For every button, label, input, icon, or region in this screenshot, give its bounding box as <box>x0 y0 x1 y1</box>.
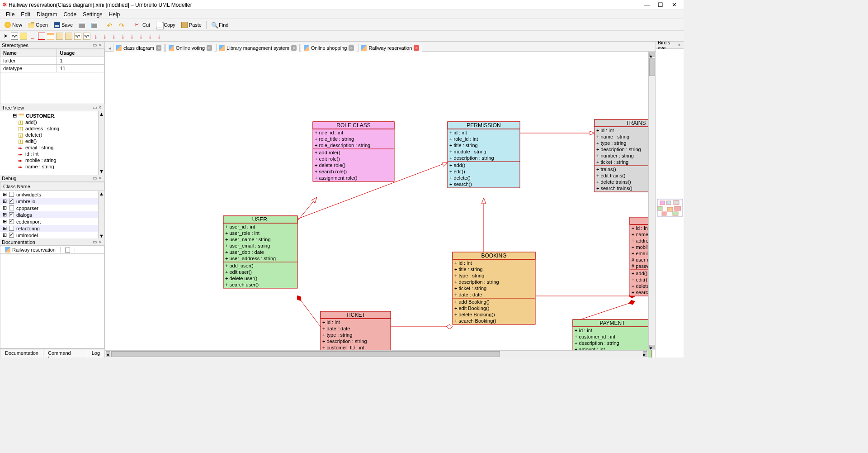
debug-row[interactable]: ⊞refactoring <box>0 225 104 232</box>
debug-checkbox[interactable] <box>9 192 14 197</box>
containment-tool-icon[interactable]: ↓ <box>146 33 154 40</box>
menu-file[interactable]: File <box>3 11 18 18</box>
uml-class-permission[interactable]: PERMISSION+ id : int+ role_id : int+ tit… <box>448 122 520 188</box>
debug-checkbox[interactable] <box>9 199 14 204</box>
datatype-tool-icon[interactable] <box>65 33 72 40</box>
debug-row[interactable]: ⊞cppparser <box>0 205 104 211</box>
stereotypes-col-usage[interactable]: Usage <box>57 49 104 57</box>
text-tool-icon[interactable] <box>20 33 27 40</box>
tree-item[interactable]: ⚿edit() <box>1 138 104 144</box>
tree-scrollbar[interactable]: ▲▼ <box>98 111 104 175</box>
uml-class-trains[interactable]: TRAINS+ id : int+ name : string+ type : … <box>594 119 656 192</box>
tab-log[interactable]: Log <box>87 349 105 358</box>
undo-button[interactable]: ↶ <box>104 20 116 29</box>
print-button[interactable] <box>76 20 88 29</box>
tab-command-history[interactable]: Command history <box>43 349 87 358</box>
doc-checkbox[interactable] <box>65 248 70 253</box>
documentation-panel-header[interactable]: Documentation▭× <box>0 238 104 246</box>
table-row[interactable]: folder1 <box>0 57 104 65</box>
pointer-tool-icon[interactable]: ➤ <box>2 33 9 40</box>
cut-button[interactable]: ✂Cut <box>132 20 153 29</box>
debug-row[interactable]: ⊞umlmodel <box>0 232 104 238</box>
menu-help[interactable]: Help <box>106 11 123 18</box>
tree-root[interactable]: ⊟ CUSTOMER. <box>1 112 104 119</box>
debug-scrollbar[interactable]: ▲▼ <box>98 191 104 238</box>
canvas-hscroll[interactable]: ◂▸ <box>105 350 648 358</box>
composition-tool-icon[interactable]: ↓ <box>137 33 145 40</box>
tab-scroll-left-icon[interactable]: ◂ <box>107 45 113 51</box>
note-tool-icon[interactable]: xyz <box>11 33 18 40</box>
uml-class-role-class[interactable]: ROLE CLASS+ role_id : int+ role_title : … <box>313 122 394 181</box>
close-panel-icon[interactable]: × <box>97 43 103 48</box>
canvas-vscroll[interactable]: ▴▾ <box>648 52 656 350</box>
tree-item[interactable]: ⚿delete() <box>1 132 104 138</box>
debug-row[interactable]: ⊞umlwidgets <box>0 191 104 198</box>
enum-tool-icon[interactable]: xyz <box>74 33 81 40</box>
close-tab-icon[interactable]: × <box>349 45 354 51</box>
uml-class-booking[interactable]: BOOKING+ id : int+ title : string+ type … <box>453 252 535 324</box>
minimize-button[interactable]: — <box>640 1 654 8</box>
uml-class-user-[interactable]: USER.+ user_id : int+ user_role : int+ u… <box>223 216 297 288</box>
find-button[interactable]: 🔍Find <box>208 20 231 29</box>
dependency-tool-icon[interactable]: ↓ <box>119 33 127 40</box>
new-button[interactable]: New <box>2 20 25 29</box>
debug-panel-header[interactable]: Debug▭× <box>0 175 104 182</box>
birds-eye-view[interactable] <box>656 49 684 358</box>
close-tab-icon[interactable]: × <box>291 45 297 51</box>
debug-row[interactable]: ⊞codeimport <box>0 218 104 225</box>
tree-item[interactable]: ➠mobile : string <box>1 157 104 163</box>
debug-row[interactable]: ⊞dialogs <box>0 211 104 218</box>
debug-checkbox[interactable] <box>9 226 14 231</box>
tree-item[interactable]: ➠id : int <box>1 151 104 157</box>
interface-tool-icon[interactable] <box>56 33 63 40</box>
association-tool-icon[interactable]: ↓ <box>92 33 99 40</box>
generalization-tool-icon[interactable]: ↓ <box>110 33 118 40</box>
redo-button[interactable]: ↷ <box>116 20 128 29</box>
stereotypes-panel-header[interactable]: Stereotypes▭× <box>0 42 104 49</box>
copy-button[interactable]: Copy <box>153 20 178 29</box>
paste-button[interactable]: Paste <box>179 20 204 29</box>
tree-item[interactable]: ⚿add() <box>1 119 104 125</box>
class-tool-icon[interactable] <box>47 33 54 40</box>
diagram-tab[interactable]: Online voting× <box>165 44 215 52</box>
debug-checkbox[interactable] <box>9 212 14 217</box>
tree-item[interactable]: ➠email : string <box>1 144 104 151</box>
tab-documentation[interactable]: Documentation <box>0 349 43 358</box>
undock-icon[interactable]: ▭ <box>92 43 97 48</box>
aggregation-tool-icon[interactable]: ↓ <box>128 33 136 40</box>
diagram-tab[interactable]: Railway reservation× <box>358 44 422 52</box>
documentation-text[interactable] <box>0 254 104 348</box>
close-tab-icon[interactable]: × <box>207 45 212 51</box>
tree-item[interactable]: ⚿address : string <box>1 125 104 132</box>
diagram-tab[interactable]: Library management system× <box>216 44 300 52</box>
diagram-canvas[interactable]: ROLE CLASS+ role_id : int+ role_title : … <box>105 52 656 358</box>
menu-edit[interactable]: Edit <box>18 11 33 18</box>
realization-tool-icon[interactable]: ↓ <box>156 33 163 40</box>
svg-text:+ add_user(): + add_user() <box>225 263 254 268</box>
open-button[interactable]: Open <box>25 20 51 29</box>
menu-code[interactable]: Code <box>60 11 80 18</box>
debug-checkbox[interactable] <box>9 233 14 238</box>
package-tool-icon[interactable]: xyz <box>83 33 90 40</box>
table-row[interactable]: datatype11 <box>0 65 104 72</box>
tree-panel-header[interactable]: Tree View▭× <box>0 104 104 111</box>
anchor-tool-icon[interactable]: ⎯ <box>29 33 36 40</box>
stereotypes-col-name[interactable]: Name <box>0 49 57 57</box>
menu-settings[interactable]: Settings <box>80 11 105 18</box>
maximize-button[interactable]: ☐ <box>654 1 667 8</box>
print-preview-button[interactable] <box>88 20 100 29</box>
directed-assoc-tool-icon[interactable]: ↓ <box>101 33 108 40</box>
debug-checkbox[interactable] <box>9 205 14 210</box>
diagram-tab[interactable]: class diagram× <box>113 44 165 52</box>
close-tab-icon[interactable]: × <box>156 45 161 51</box>
box-tool-icon[interactable] <box>38 33 45 40</box>
close-tab-icon[interactable]: × <box>414 45 419 51</box>
close-button[interactable]: ✕ <box>667 1 681 8</box>
tree-item[interactable]: ➠name : string <box>1 163 104 170</box>
tree-view[interactable]: ⊟ CUSTOMER. ⚿add()⚿address : string⚿dele… <box>0 111 104 175</box>
menu-diagram[interactable]: Diagram <box>33 11 60 18</box>
debug-checkbox[interactable] <box>9 219 14 224</box>
diagram-tab[interactable]: Online shopping× <box>301 44 358 52</box>
debug-row[interactable]: ⊞umbrello <box>0 198 104 205</box>
save-button[interactable]: Save <box>51 20 75 29</box>
